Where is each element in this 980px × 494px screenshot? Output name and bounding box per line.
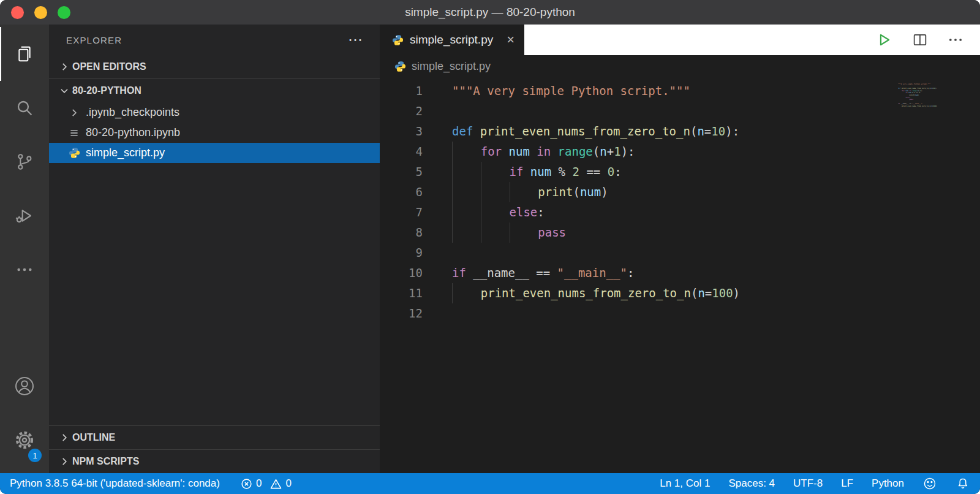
line-number: 6	[380, 182, 423, 202]
activity-item-source-control[interactable]	[0, 135, 49, 189]
eol[interactable]: LF	[841, 477, 853, 490]
workspace-section[interactable]: 80-20-PYTHON	[49, 78, 380, 102]
npm-scripts-section[interactable]: NPM SCRIPTS	[49, 449, 380, 473]
indent-guide	[481, 222, 510, 243]
code-line: 3def print_even_nums_from_zero_to_n(n=10…	[380, 121, 980, 142]
cursor-position[interactable]: Ln 1, Col 1	[660, 477, 710, 490]
warning-count: 0	[285, 477, 291, 490]
split-editor-button[interactable]	[911, 31, 929, 48]
python-interpreter-button[interactable]: Python 3.8.5 64-bit ('updated-sklearn': …	[10, 477, 220, 490]
encoding[interactable]: UTF-8	[793, 477, 823, 490]
line-number: 12	[380, 303, 423, 324]
chevron-right-icon	[56, 432, 72, 443]
chevron-right-icon	[69, 107, 86, 118]
line-number: 9	[380, 243, 423, 263]
code-line: 6print(num)	[380, 182, 980, 202]
code-text: print_even_nums_from_zero_to_n(n=100)	[423, 283, 740, 303]
files-icon	[15, 44, 34, 64]
error-count: 0	[256, 477, 262, 490]
bell-icon[interactable]	[956, 476, 970, 491]
activity-item-more[interactable]	[0, 243, 49, 297]
close-tab-icon[interactable]: ×	[507, 33, 514, 47]
tab-bar: simple_script.py ×	[380, 25, 980, 55]
code-editor[interactable]: 1"""A very simple Python script."""23def…	[380, 77, 980, 473]
indent-guide	[452, 222, 481, 243]
indentation[interactable]: Spaces: 4	[728, 477, 775, 490]
code-text: if num % 2 == 0:	[423, 162, 622, 182]
workspace-label: 80-20-PYTHON	[72, 85, 141, 96]
feedback-icon[interactable]	[922, 476, 937, 491]
status-bar: Python 3.8.5 64-bit ('updated-sklearn': …	[0, 473, 980, 494]
sidebar-item-80-20-python-ipynb[interactable]: 80-20-python.ipynb	[49, 123, 380, 143]
code-lines: 1"""A very simple Python script."""23def…	[380, 81, 980, 324]
code-line: 8pass	[380, 222, 980, 243]
code-text: """A very simple Python script."""	[898, 83, 930, 86]
problems-button[interactable]: 0 0	[241, 477, 296, 490]
minimap[interactable]: 1"""A very simple Python script."""23def…	[898, 83, 971, 110]
gear-icon	[13, 429, 36, 451]
code-text: pass	[898, 99, 913, 101]
code-line: 10if __name__ == "__main__":	[380, 263, 980, 283]
indent-guide	[452, 162, 481, 182]
indent-guide	[452, 202, 481, 222]
vscode-window: simple_script.py — 80-20-python 1 EXPLOR…	[0, 0, 980, 494]
ellipsis-icon	[15, 260, 34, 279]
file-list: .ipynb_checkpoints80-20-python.ipynbsimp…	[49, 102, 380, 163]
activity-item-run-debug[interactable]	[0, 189, 49, 243]
titlebar: simple_script.py — 80-20-python	[0, 0, 980, 25]
activity-bar-bottom: 1	[0, 359, 49, 467]
open-editors-label: OPEN EDITORS	[72, 61, 146, 72]
close-window-button[interactable]	[11, 6, 24, 19]
sidebar-empty-area	[49, 163, 380, 425]
file-label: simple_script.py	[86, 146, 165, 159]
code-text	[423, 303, 452, 324]
tab-simple-script-py[interactable]: simple_script.py ×	[380, 25, 524, 55]
breadcrumb-file: simple_script.py	[412, 60, 491, 73]
sidebar-item-simple-script-py[interactable]: simple_script.py	[49, 143, 380, 163]
code-line: 4for num in range(n+1):	[380, 142, 980, 162]
activity-item-search[interactable]	[0, 81, 49, 135]
indent-guide	[510, 222, 538, 243]
activity-item-account[interactable]	[0, 359, 49, 413]
account-icon	[13, 375, 36, 397]
outline-section[interactable]: OUTLINE	[49, 425, 380, 449]
code-text: if __name__ == "__main__":	[423, 263, 634, 283]
code-line: 2	[380, 101, 980, 121]
code-line: 11print_even_nums_from_zero_to_n(n=100)	[380, 283, 980, 303]
zoom-window-button[interactable]	[58, 6, 70, 19]
window-controls	[11, 0, 70, 25]
editor-group: simple_script.py × simple_script.py 1"""…	[380, 25, 980, 473]
settings-badge: 1	[28, 449, 42, 462]
code-text: """A very simple Python script."""	[423, 81, 690, 101]
python-icon	[69, 147, 86, 159]
activity-item-settings[interactable]: 1	[0, 413, 49, 467]
chevron-down-icon	[56, 85, 72, 96]
indent-guide	[452, 142, 481, 162]
code-line: 9	[380, 243, 980, 263]
code-text: else:	[423, 202, 545, 222]
language-mode[interactable]: Python	[872, 477, 904, 490]
notebook-icon	[69, 127, 86, 139]
activity-item-explorer[interactable]	[0, 27, 49, 81]
run-file-button[interactable]	[875, 31, 893, 49]
minimize-window-button[interactable]	[34, 6, 47, 19]
outline-label: OUTLINE	[72, 432, 115, 443]
warning-icon	[270, 478, 282, 490]
line-number: 3	[380, 121, 423, 142]
indent-guide	[510, 182, 538, 202]
line-number: 11	[380, 283, 423, 303]
line-number: 7	[380, 202, 423, 222]
activity-bar: 1	[0, 25, 49, 473]
explorer-more-actions-icon[interactable]: ⋯	[348, 37, 364, 43]
explorer-header: EXPLORER ⋯	[49, 25, 380, 55]
explorer-sidebar: EXPLORER ⋯ OPEN EDITORS 80-20-PYTHON .ip…	[49, 25, 380, 473]
chevron-right-icon	[56, 456, 72, 467]
tab-label: simple_script.py	[410, 33, 493, 47]
open-editors-section[interactable]: OPEN EDITORS	[49, 55, 380, 78]
code-text	[423, 101, 452, 121]
breadcrumb[interactable]: simple_script.py	[380, 55, 980, 77]
sidebar-item--ipynb-checkpoints[interactable]: .ipynb_checkpoints	[49, 102, 380, 123]
more-actions-icon[interactable]	[947, 31, 964, 48]
code-text: for num in range(n+1):	[423, 142, 635, 162]
line-number: 2	[380, 101, 423, 121]
